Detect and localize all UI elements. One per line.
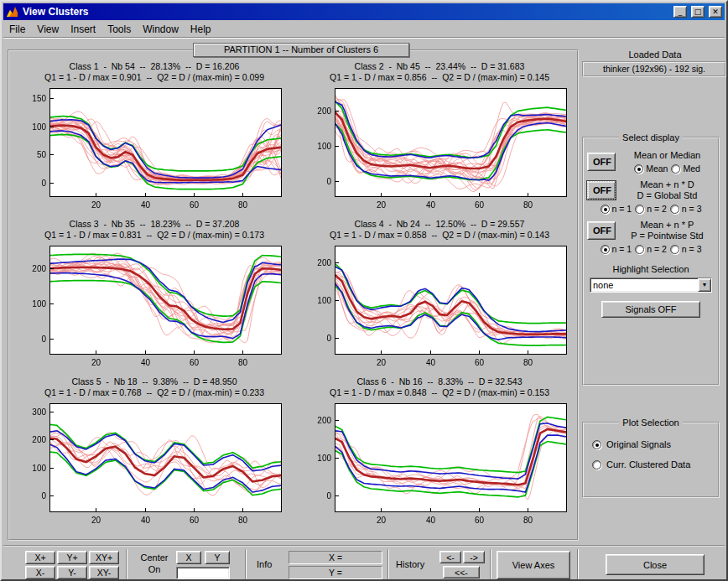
- zoom-xy-plus-button[interactable]: XY+: [89, 551, 119, 564]
- global-n1-radio-icon[interactable]: [601, 205, 610, 214]
- pointwise-std-n-radios: n = 1 n = 2 n = 3: [587, 244, 715, 254]
- global-std-off-button[interactable]: OFF: [587, 181, 616, 200]
- med-radio-label: Med: [683, 163, 699, 174]
- history-fast-back-button[interactable]: <<-: [443, 566, 480, 578]
- plot4-axes[interactable]: [304, 241, 575, 369]
- zoom-xy-minus-button[interactable]: XY-: [89, 566, 119, 579]
- dropdown-value: none: [590, 278, 698, 292]
- global-n2-radio[interactable]: n = 2: [635, 204, 667, 214]
- global-n3-radio[interactable]: n = 3: [670, 204, 702, 214]
- center-on-input[interactable]: [176, 567, 230, 579]
- med-radio-icon[interactable]: [671, 164, 680, 174]
- plot2-axes[interactable]: [304, 84, 575, 211]
- mean-radio[interactable]: Mean: [634, 163, 668, 174]
- select-display-group: Select display OFF Mean or Median Mean: [582, 132, 720, 386]
- view-axes-button[interactable]: View Axes: [497, 551, 570, 579]
- pointwise-n1-radio-icon[interactable]: [601, 245, 610, 254]
- zoom-y-plus-button[interactable]: Y+: [57, 551, 87, 564]
- window-title: View Clusters: [23, 6, 672, 18]
- original-signals-radio[interactable]: Original Signals: [592, 439, 715, 449]
- clustered-data-radio[interactable]: Curr. Clustered Data: [592, 459, 715, 469]
- info-label: Info: [257, 559, 272, 569]
- cluster-plot-6: Class 6 - Nb 16 -- 8.33% -- D = 32.543 Q…: [301, 376, 578, 527]
- pointwise-n2-radio-icon[interactable]: [635, 245, 644, 254]
- plot5-title: Class 5 - Nb 18 -- 9.38% -- D = 48.950: [16, 376, 293, 387]
- cluster-plot-4: Class 4 - Nb 24 -- 12.50% -- D = 29.557 …: [301, 219, 578, 369]
- select-display-title: Select display: [619, 132, 683, 143]
- zoom-y-minus-button[interactable]: Y-: [57, 566, 87, 579]
- global-n1-radio[interactable]: n = 1: [601, 204, 632, 214]
- toolbar-separator: [387, 549, 389, 580]
- info-y-field: Y =: [289, 566, 382, 579]
- plot-selection-group: Plot Selection Original Signals Curr. Cl…: [582, 418, 720, 498]
- zoom-x-plus-button[interactable]: X+: [25, 551, 55, 564]
- plot3-quality: Q1 = 1 - D / max = 0.831 -- Q2 = D / (ma…: [16, 230, 293, 241]
- zoom-x-minus-button[interactable]: X-: [25, 566, 55, 579]
- med-radio[interactable]: Med: [671, 163, 699, 174]
- menu-view[interactable]: View: [31, 22, 65, 37]
- matlab-icon: [6, 6, 19, 18]
- mean-off-button[interactable]: OFF: [587, 153, 616, 171]
- pointwise-n3-radio[interactable]: n = 3: [670, 244, 702, 254]
- menu-window[interactable]: Window: [137, 22, 185, 37]
- highlight-selection-label: Highlight Selection: [587, 264, 715, 274]
- center-x-button[interactable]: X: [176, 551, 201, 564]
- menu-tools[interactable]: Tools: [101, 22, 137, 37]
- history-forward-button[interactable]: ->: [463, 551, 485, 563]
- toolbar-separator: [245, 549, 247, 580]
- pointwise-n3-label: n = 3: [682, 244, 702, 254]
- global-n2-radio-icon[interactable]: [635, 205, 644, 214]
- mean-median-row: OFF Mean or Median Mean Med: [587, 150, 715, 174]
- toolbar-separator: [577, 549, 579, 580]
- maximize-button[interactable]: □: [691, 6, 705, 18]
- highlight-selection-dropdown[interactable]: none ▼: [590, 278, 712, 293]
- chevron-down-icon[interactable]: ▼: [698, 278, 711, 292]
- pointwise-n1-radio[interactable]: n = 1: [601, 244, 632, 254]
- pointwise-std-label2: P = Pointwise Std: [620, 231, 715, 241]
- plot1-quality: Q1 = 1 - D / max = 0.901 -- Q2 = D / (ma…: [16, 72, 293, 83]
- global-std-label1: Mean + n * D: [620, 179, 715, 190]
- minimize-button[interactable]: _: [673, 6, 687, 18]
- pointwise-n2-radio[interactable]: n = 2: [635, 244, 667, 254]
- close-button[interactable]: Close: [606, 554, 705, 575]
- plot6-title: Class 6 - Nb 16 -- 8.33% -- D = 32.543: [301, 376, 578, 387]
- history-back-button[interactable]: <-: [439, 551, 461, 563]
- original-signals-label: Original Signals: [606, 439, 671, 449]
- menu-insert[interactable]: Insert: [65, 22, 101, 37]
- cluster-plot-1: Class 1 - Nb 54 -- 28.13% -- D = 16.206 …: [16, 61, 293, 211]
- plot1-title: Class 1 - Nb 54 -- 28.13% -- D = 16.206: [16, 61, 293, 72]
- toolbar-separator: [126, 549, 127, 580]
- mean-radio-icon[interactable]: [634, 164, 643, 174]
- pointwise-std-label1: Mean + n * P: [620, 220, 715, 231]
- center-on-label2: On: [136, 564, 173, 574]
- global-std-row: OFF Mean + n * D D = Global Std: [587, 179, 715, 201]
- plot3-axes[interactable]: [19, 241, 289, 369]
- figure-area: PARTITION 1 -- Number of Clusters 6 Clas…: [3, 39, 725, 578]
- right-panel: Loaded Data thinker (192x96) - 192 sig. …: [580, 39, 728, 545]
- mean-radio-label: Mean: [646, 163, 668, 174]
- pointwise-n1-label: n = 1: [612, 244, 632, 254]
- view-clusters-window: View Clusters _ □ ✕ File View Insert Too…: [0, 0, 728, 581]
- clustered-data-radio-icon[interactable]: [592, 460, 601, 469]
- pointwise-n3-radio-icon[interactable]: [670, 245, 679, 254]
- original-signals-radio-icon[interactable]: [592, 440, 601, 449]
- center-y-button[interactable]: Y: [205, 551, 230, 564]
- history-label: History: [396, 559, 424, 569]
- plot2-title: Class 2 - Nb 45 -- 23.44% -- D = 31.683: [301, 61, 578, 72]
- plot-panel: Class 1 - Nb 54 -- 28.13% -- D = 16.206 …: [8, 49, 579, 541]
- menu-help[interactable]: Help: [185, 22, 217, 37]
- mean-median-label: Mean or Median: [620, 150, 715, 161]
- plot6-axes[interactable]: [304, 399, 575, 527]
- pointwise-std-off-button[interactable]: OFF: [587, 221, 616, 240]
- close-window-button[interactable]: ✕: [709, 6, 722, 18]
- pointwise-n2-label: n = 2: [647, 244, 667, 254]
- global-n3-radio-icon[interactable]: [670, 205, 679, 214]
- menu-bar: File View Insert Tools Window Help: [3, 21, 725, 38]
- global-std-label2: D = Global Std: [620, 190, 715, 201]
- global-std-n-radios: n = 1 n = 2 n = 3: [587, 204, 715, 214]
- menu-file[interactable]: File: [3, 22, 31, 37]
- signals-off-button[interactable]: Signals OFF: [601, 301, 700, 318]
- plot5-axes[interactable]: [19, 399, 289, 527]
- plot1-axes[interactable]: [19, 84, 289, 211]
- toolbar-separator: [490, 549, 491, 580]
